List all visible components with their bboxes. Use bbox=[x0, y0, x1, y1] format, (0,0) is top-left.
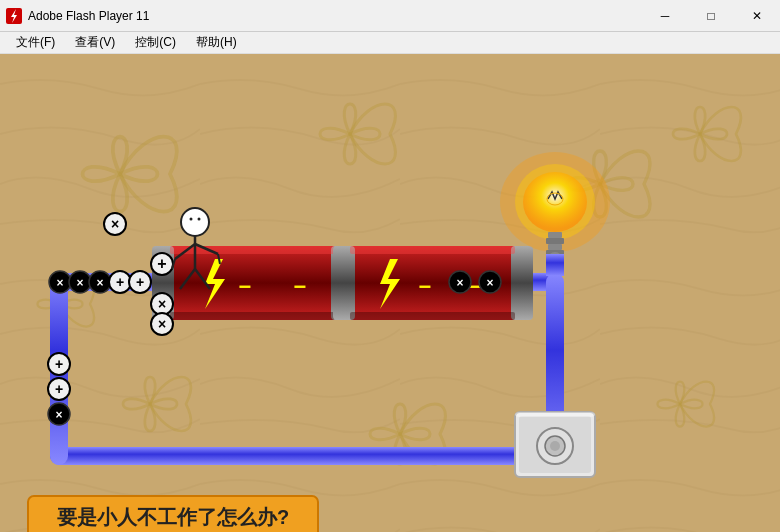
svg-text:−: − bbox=[419, 274, 432, 299]
svg-text:+: + bbox=[157, 255, 166, 272]
svg-point-67 bbox=[550, 441, 560, 451]
svg-text:×: × bbox=[111, 216, 119, 232]
titlebar-controls: ─ □ ✕ bbox=[642, 0, 780, 32]
svg-text:×: × bbox=[486, 276, 493, 290]
svg-rect-57 bbox=[546, 238, 564, 244]
svg-text:+: + bbox=[55, 381, 63, 397]
svg-rect-25 bbox=[333, 246, 355, 320]
svg-text:+: + bbox=[55, 356, 63, 372]
svg-text:−: − bbox=[239, 274, 252, 299]
menu-help[interactable]: 帮助(H) bbox=[188, 32, 245, 53]
menu-control[interactable]: 控制(C) bbox=[127, 32, 184, 53]
titlebar-left: Adobe Flash Player 11 bbox=[0, 8, 149, 24]
svg-rect-8 bbox=[50, 447, 564, 465]
svg-text:×: × bbox=[456, 276, 463, 290]
svg-rect-28 bbox=[350, 312, 515, 320]
maximize-button[interactable]: □ bbox=[688, 0, 734, 32]
svg-rect-14 bbox=[170, 312, 335, 320]
svg-rect-68 bbox=[515, 412, 595, 417]
close-button[interactable]: ✕ bbox=[734, 0, 780, 32]
svg-text:×: × bbox=[158, 316, 166, 332]
svg-point-77 bbox=[190, 218, 193, 221]
titlebar: Adobe Flash Player 11 ─ □ ✕ bbox=[0, 0, 780, 32]
svg-text:+: + bbox=[136, 274, 144, 290]
wood-background: − − + × × − − × × × + + × × bbox=[0, 54, 780, 532]
svg-rect-27 bbox=[350, 246, 515, 254]
menu-view[interactable]: 查看(V) bbox=[67, 32, 123, 53]
canvas-area: − − + × × − − × × × + + × × bbox=[0, 54, 780, 532]
svg-text:×: × bbox=[55, 408, 62, 422]
svg-text:×: × bbox=[76, 276, 83, 290]
svg-text:×: × bbox=[96, 276, 103, 290]
titlebar-title: Adobe Flash Player 11 bbox=[28, 9, 149, 23]
svg-text:+: + bbox=[116, 274, 124, 290]
svg-text:×: × bbox=[158, 296, 166, 312]
menu-file[interactable]: 文件(F) bbox=[8, 32, 63, 53]
svg-rect-62 bbox=[546, 254, 564, 276]
svg-point-78 bbox=[198, 218, 201, 221]
svg-text:×: × bbox=[56, 276, 63, 290]
menubar: 文件(F) 查看(V) 控制(C) 帮助(H) bbox=[0, 32, 780, 54]
svg-text:要是小人不工作了怎么办?: 要是小人不工作了怎么办? bbox=[57, 506, 289, 528]
minimize-button[interactable]: ─ bbox=[642, 0, 688, 32]
svg-point-69 bbox=[181, 208, 209, 236]
svg-text:−: − bbox=[294, 274, 307, 299]
svg-rect-56 bbox=[548, 232, 562, 238]
flash-icon bbox=[6, 8, 22, 24]
svg-rect-26 bbox=[511, 246, 533, 320]
svg-point-54 bbox=[523, 172, 587, 232]
svg-rect-58 bbox=[548, 244, 562, 250]
